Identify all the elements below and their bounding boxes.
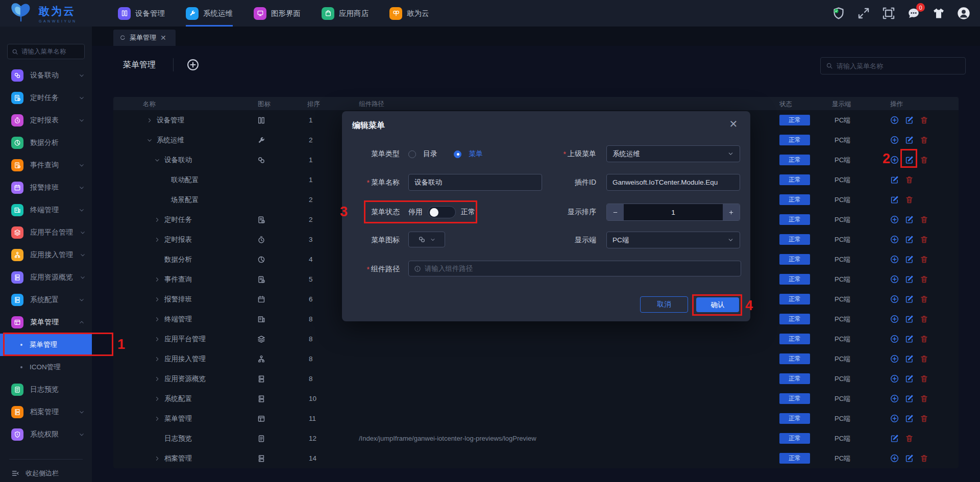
delete-row-icon[interactable] bbox=[920, 295, 928, 303]
refresh-icon[interactable] bbox=[119, 35, 126, 41]
tab-close-icon[interactable]: ✕ bbox=[160, 34, 166, 42]
radio-directory-label[interactable]: 目录 bbox=[423, 149, 437, 159]
add-row-icon[interactable] bbox=[890, 156, 899, 164]
user-avatar[interactable] bbox=[957, 7, 970, 20]
edit-row-icon[interactable] bbox=[890, 175, 899, 184]
sidebar-item-日志预览[interactable]: 日志预览 bbox=[0, 378, 92, 401]
sidebar-search[interactable] bbox=[7, 44, 85, 59]
add-row-icon[interactable] bbox=[890, 354, 899, 363]
add-row-icon[interactable] bbox=[890, 454, 899, 463]
edit-row-icon[interactable] bbox=[905, 136, 914, 144]
parent-menu-select[interactable]: 系统运维 bbox=[606, 145, 740, 162]
sidebar-item-应用接入管理[interactable]: 应用接入管理 bbox=[0, 244, 92, 266]
add-row-icon[interactable] bbox=[890, 215, 899, 224]
cell-name[interactable]: 应用平台管理 bbox=[154, 329, 206, 349]
edit-row-icon[interactable] bbox=[890, 195, 899, 204]
delete-row-icon[interactable] bbox=[905, 195, 914, 204]
dialog-close-icon[interactable]: ✕ bbox=[728, 118, 739, 130]
add-row-icon[interactable] bbox=[890, 414, 899, 423]
confirm-button[interactable]: 确认 bbox=[696, 297, 739, 312]
add-row-icon[interactable] bbox=[890, 295, 899, 303]
sidebar-item-定时任务[interactable]: 定时任务 bbox=[0, 87, 92, 109]
cell-name[interactable]: 联动配置 bbox=[171, 170, 199, 190]
edit-row-icon[interactable] bbox=[905, 414, 914, 423]
screenshot-frame-icon[interactable] bbox=[882, 7, 895, 20]
cell-name[interactable]: 数据分析 bbox=[164, 249, 192, 269]
delete-row-icon[interactable] bbox=[920, 454, 928, 463]
cell-name[interactable]: 应用资源概览 bbox=[154, 369, 206, 389]
stepper-value[interactable]: 1 bbox=[624, 204, 723, 220]
delete-row-icon[interactable] bbox=[920, 414, 928, 423]
nav-item-设备管理[interactable]: 设备管理 bbox=[118, 0, 165, 27]
component-path-input[interactable] bbox=[425, 265, 721, 272]
delete-row-icon[interactable] bbox=[920, 374, 928, 383]
theme-shirt-icon[interactable] bbox=[932, 7, 945, 20]
sidebar-item-报警排班[interactable]: 报警排班 bbox=[0, 176, 92, 199]
edit-row-icon[interactable] bbox=[905, 215, 914, 224]
component-path-field[interactable] bbox=[408, 261, 741, 276]
nav-item-应用商店[interactable]: 应用商店 bbox=[322, 0, 369, 27]
add-menu-button[interactable] bbox=[187, 59, 199, 71]
nav-item-敢为云[interactable]: 敢为云 bbox=[389, 0, 429, 27]
plugin-id-input[interactable] bbox=[606, 174, 740, 191]
cell-name[interactable]: 场景配置 bbox=[171, 190, 199, 210]
stepper-minus-button[interactable] bbox=[607, 204, 624, 220]
radio-directory[interactable] bbox=[408, 150, 416, 158]
radio-menu-label[interactable]: 菜单 bbox=[469, 149, 483, 159]
sidebar-subitem-ICON管理[interactable]: ICON管理 bbox=[0, 356, 92, 378]
add-row-icon[interactable] bbox=[890, 394, 899, 403]
table-search[interactable] bbox=[820, 57, 966, 74]
menu-icon-select[interactable] bbox=[408, 232, 445, 247]
edit-row-icon[interactable] bbox=[905, 255, 914, 264]
delete-row-icon[interactable] bbox=[920, 136, 928, 144]
edit-row-icon[interactable] bbox=[905, 116, 914, 124]
menu-status-toggle[interactable] bbox=[428, 206, 456, 218]
delete-row-icon[interactable] bbox=[920, 275, 928, 284]
add-row-icon[interactable] bbox=[890, 275, 899, 284]
sidebar-item-定时报表[interactable]: 定时报表 bbox=[0, 109, 92, 132]
edit-row-icon[interactable] bbox=[905, 354, 914, 363]
collapse-sidebar-button[interactable]: 收起侧边栏 bbox=[0, 463, 92, 482]
sidebar-item-档案管理[interactable]: 档案管理 bbox=[0, 401, 92, 423]
sidebar-subitem-菜单管理[interactable]: 菜单管理 bbox=[0, 334, 92, 356]
delete-row-icon[interactable] bbox=[920, 335, 928, 343]
cell-name[interactable]: 设备管理 bbox=[146, 110, 184, 130]
edit-row-icon[interactable] bbox=[905, 335, 914, 343]
sidebar-item-应用平台管理[interactable]: 应用平台管理 bbox=[0, 221, 92, 244]
edit-row-icon[interactable] bbox=[905, 275, 914, 284]
delete-row-icon[interactable] bbox=[920, 354, 928, 363]
edit-row-icon[interactable] bbox=[905, 295, 914, 303]
sidebar-item-应用资源概览[interactable]: 应用资源概览 bbox=[0, 266, 92, 289]
cell-name[interactable]: 终端管理 bbox=[154, 309, 192, 329]
add-row-icon[interactable] bbox=[890, 315, 899, 323]
radio-menu[interactable] bbox=[454, 150, 461, 158]
edit-row-icon[interactable] bbox=[905, 235, 914, 244]
cell-name[interactable]: 定时报表 bbox=[154, 230, 192, 249]
messages-icon[interactable]: 0 bbox=[907, 7, 920, 20]
cell-name[interactable]: 菜单管理 bbox=[154, 409, 192, 428]
sidebar-item-菜单管理[interactable]: 菜单管理 bbox=[0, 311, 92, 334]
delete-row-icon[interactable] bbox=[920, 315, 928, 323]
delete-row-icon[interactable] bbox=[920, 215, 928, 224]
edit-row-icon[interactable] bbox=[905, 374, 914, 383]
delete-row-icon[interactable] bbox=[920, 255, 928, 264]
sidebar-item-事件查询[interactable]: 事件查询 bbox=[0, 154, 92, 176]
edit-row-icon[interactable] bbox=[905, 315, 914, 323]
delete-row-icon[interactable] bbox=[905, 434, 914, 443]
delete-row-icon[interactable] bbox=[920, 156, 928, 164]
fullscreen-icon[interactable] bbox=[857, 7, 870, 20]
delete-row-icon[interactable] bbox=[920, 394, 928, 403]
sidebar-item-系统配置[interactable]: 系统配置 bbox=[0, 289, 92, 311]
add-row-icon[interactable] bbox=[890, 116, 899, 124]
add-row-icon[interactable] bbox=[890, 136, 899, 144]
sidebar-item-设备联动[interactable]: 设备联动 bbox=[0, 64, 92, 87]
sidebar-item-系统权限[interactable]: 系统权限 bbox=[0, 423, 92, 446]
add-row-icon[interactable] bbox=[890, 255, 899, 264]
tab-menu-management[interactable]: 菜单管理 ✕ bbox=[113, 30, 176, 46]
cell-name[interactable]: 日志预览 bbox=[164, 428, 192, 448]
delete-row-icon[interactable] bbox=[920, 235, 928, 244]
table-search-input[interactable] bbox=[837, 62, 954, 70]
sidebar-search-input[interactable] bbox=[21, 48, 78, 55]
delete-row-icon[interactable] bbox=[920, 116, 928, 124]
security-shield-icon[interactable] bbox=[832, 7, 845, 20]
